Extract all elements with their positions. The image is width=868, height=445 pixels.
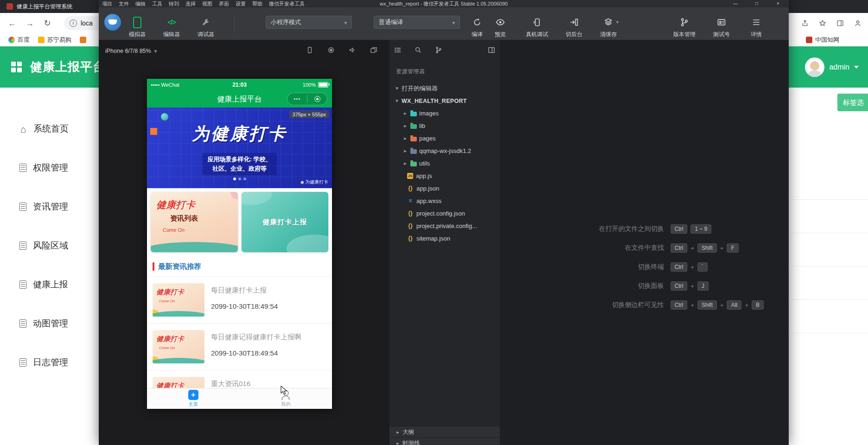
wechat-devtools-window: 项目 文件 编辑 工具 转到 选择 视图 界面 设置 帮助 微信开发者工具 wx… bbox=[99, 0, 789, 445]
tree-folder-lib[interactable]: lib bbox=[389, 120, 500, 132]
compile-mode-dropdown[interactable]: 普通编译 bbox=[374, 16, 460, 29]
menu-settings[interactable]: 设置 bbox=[232, 0, 249, 7]
timeline-section[interactable]: 时间线 bbox=[389, 437, 500, 445]
star-icon[interactable] bbox=[819, 19, 826, 27]
tree-folder-images[interactable]: images bbox=[389, 107, 500, 120]
sound-icon[interactable] bbox=[349, 46, 356, 56]
debugger-toggle-button[interactable]: 调试器 bbox=[198, 16, 214, 38]
profile-icon[interactable] bbox=[854, 19, 862, 27]
news-list-card[interactable]: 健康打卡 资讯列表 Come On bbox=[151, 192, 238, 252]
device-selector[interactable]: iPhone 6/7/8 85% bbox=[105, 48, 157, 54]
mode-dropdown[interactable]: 小程序模式 bbox=[266, 16, 352, 29]
rotate-phone-icon[interactable] bbox=[306, 46, 313, 56]
record-icon[interactable] bbox=[327, 46, 335, 56]
remote-debug-button[interactable]: 真机调试 bbox=[526, 16, 548, 38]
collapse-panel-icon[interactable] bbox=[488, 46, 495, 56]
bookmark-suning[interactable]: 苏宁易购 bbox=[38, 36, 71, 44]
tree-open-editors[interactable]: 打开的编辑器 bbox=[389, 82, 500, 95]
menu-devtools[interactable]: 微信开发者工具 bbox=[266, 0, 308, 7]
forward-icon[interactable] bbox=[24, 19, 35, 28]
sidebar-item-news[interactable]: 资讯管理 bbox=[0, 187, 106, 226]
preview-button[interactable]: 预览 bbox=[495, 16, 506, 38]
phone-screen: ••••• WeChat 21:03 100% 健康上报平台 bbox=[147, 79, 332, 409]
banner-watermark: 为健康打卡 bbox=[300, 179, 328, 185]
banner-carousel[interactable]: 375px × 555px 为健康打卡 应用场景多样化: 学校、 社区、企业、政… bbox=[147, 108, 332, 188]
simulator-panel: iPhone 6/7/8 85% ••••• WeChat 21:03 bbox=[99, 40, 389, 445]
tag-select-button[interactable]: 标签选 bbox=[837, 94, 868, 111]
switch-background-button[interactable]: 切后台 bbox=[566, 16, 582, 38]
sidebar-item-risk-area[interactable]: 风险区域 bbox=[0, 226, 106, 265]
menu-project[interactable]: 项目 bbox=[99, 0, 115, 7]
tree-folder-qqmap[interactable]: qqmap-wx-jssdk1.2 bbox=[389, 145, 500, 157]
test-account-button[interactable]: 测试号 bbox=[713, 16, 730, 38]
git-branch-icon[interactable] bbox=[435, 46, 442, 56]
clear-cache-button[interactable]: ▾ 清缓存 bbox=[600, 16, 617, 38]
tree-folder-pages[interactable]: pages bbox=[389, 132, 500, 145]
folder-icon bbox=[410, 149, 417, 154]
tree-file-app-js[interactable]: app.js bbox=[389, 170, 500, 182]
simulator-icon bbox=[133, 16, 141, 29]
bookmark-icon[interactable] bbox=[80, 37, 86, 43]
bookmark-baidu[interactable]: 百度 bbox=[8, 36, 30, 44]
reload-icon[interactable] bbox=[42, 18, 53, 28]
menu-help[interactable]: 帮助 bbox=[249, 0, 266, 7]
menu-file[interactable]: 文件 bbox=[115, 0, 132, 7]
tree-file-sitemap[interactable]: sitemap.json bbox=[389, 232, 500, 245]
maximize-button[interactable]: □ bbox=[746, 0, 767, 7]
tree-file-app-json[interactable]: app.json bbox=[389, 182, 500, 195]
sidebar-item-home[interactable]: 系统首页 bbox=[0, 109, 106, 148]
menu-goto[interactable]: 转到 bbox=[166, 0, 182, 7]
table-row-divider bbox=[791, 266, 868, 267]
chevron-down-icon bbox=[394, 98, 400, 104]
menu-tools[interactable]: 工具 bbox=[149, 0, 166, 7]
menu-select[interactable]: 选择 bbox=[182, 0, 199, 7]
simulator-icons bbox=[306, 46, 377, 56]
user-menu[interactable]: admin bbox=[805, 57, 859, 77]
carrier-label: ••••• WeChat bbox=[151, 82, 179, 88]
sidebar-item-permissions[interactable]: 权限管理 bbox=[0, 148, 106, 187]
side-panel-icon[interactable] bbox=[836, 19, 844, 27]
tree-file-app-wxss[interactable]: app.wxss bbox=[389, 195, 500, 207]
table-row-divider bbox=[791, 333, 868, 333]
file-list-icon[interactable] bbox=[394, 46, 402, 56]
sidebar-item-gif[interactable]: 动图管理 bbox=[0, 304, 106, 343]
chevron-down-icon bbox=[394, 85, 400, 91]
search-icon[interactable] bbox=[415, 46, 422, 56]
tree-folder-utils[interactable]: utils bbox=[389, 157, 500, 170]
more-icon[interactable] bbox=[287, 96, 307, 102]
version-control-button[interactable]: 版本管理 bbox=[673, 16, 696, 38]
account-avatar[interactable] bbox=[104, 14, 121, 31]
simulator-toggle-button[interactable]: 模拟器 bbox=[129, 16, 146, 38]
tab-mine[interactable]: 我的 bbox=[240, 388, 332, 409]
id-card-icon bbox=[717, 16, 726, 29]
back-icon[interactable] bbox=[6, 19, 18, 28]
close-button[interactable]: × bbox=[767, 0, 789, 7]
editor-toggle-button[interactable]: </> 编辑器 bbox=[163, 16, 180, 38]
tab-home[interactable]: 主页 bbox=[147, 388, 240, 409]
multi-window-icon[interactable] bbox=[370, 46, 377, 56]
outline-section[interactable]: 大纲 bbox=[389, 426, 500, 438]
list-item[interactable]: 健康打卡 Come On 每日健康记得健康打卡上报啊 2099-10-30T18… bbox=[147, 324, 332, 370]
health-report-card[interactable]: 健康打卡上报 bbox=[242, 192, 329, 252]
compile-button[interactable]: 编译 bbox=[472, 16, 483, 38]
tree-file-project-config[interactable]: project.config.json bbox=[389, 207, 500, 220]
info-icon: i bbox=[70, 19, 77, 27]
document-icon bbox=[19, 280, 26, 289]
menu-view[interactable]: 视图 bbox=[199, 0, 216, 7]
chevron-right-icon bbox=[402, 110, 408, 116]
browser-tab[interactable]: 健康上报平台管理系统 bbox=[0, 0, 79, 13]
chevron-right-icon bbox=[402, 160, 408, 166]
menu-interface[interactable]: 界面 bbox=[216, 0, 232, 7]
close-target-icon[interactable] bbox=[307, 96, 327, 102]
apps-grid-icon[interactable] bbox=[11, 62, 22, 72]
bookmark-cnki[interactable]: 中国知网 bbox=[806, 36, 839, 44]
share-icon[interactable] bbox=[801, 19, 809, 27]
tree-file-project-private-config[interactable]: project.private.config... bbox=[389, 220, 500, 232]
tree-project-root[interactable]: WX_HEALTH_REPORT bbox=[389, 95, 500, 107]
sidebar-item-health-report[interactable]: 健康上报 bbox=[0, 265, 106, 304]
sidebar-item-logs[interactable]: 日志管理 bbox=[0, 343, 106, 382]
menu-edit[interactable]: 编辑 bbox=[132, 0, 149, 7]
details-button[interactable]: 详情 bbox=[751, 16, 762, 38]
minimize-button[interactable]: — bbox=[725, 0, 746, 7]
list-item[interactable]: 健康打卡 Come On 每日健康打卡上报 2099-10-30T18:49:5… bbox=[147, 277, 332, 324]
